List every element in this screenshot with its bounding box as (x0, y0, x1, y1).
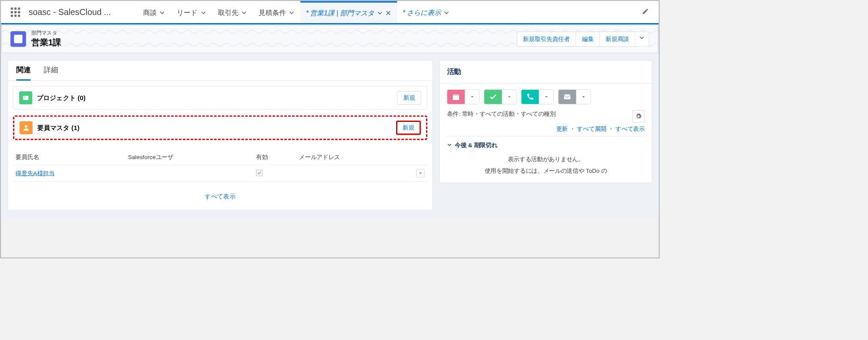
member-name-link[interactable]: 得意先A様担当 (15, 170, 54, 176)
member-sfuser-cell (125, 165, 254, 182)
caret-down-icon[interactable] (444, 10, 450, 16)
chevron-down-icon[interactable] (159, 10, 165, 16)
chevron-down-icon[interactable] (241, 10, 247, 16)
object-icon (10, 31, 26, 47)
log-call-button[interactable] (521, 89, 554, 104)
show-all-link[interactable]: すべて表示 (615, 126, 644, 132)
edit-nav-icon[interactable] (642, 8, 649, 17)
expand-all-link[interactable]: すべて展開 (577, 126, 606, 132)
calendar-icon (447, 90, 465, 104)
activity-links: 更新 ・ すべて展開 ・ すべて表示 (447, 125, 645, 133)
send-email-button[interactable] (558, 89, 591, 104)
empty-activity-line2: 使用を開始するには、メールの送信や ToDo の (447, 165, 645, 177)
related-list-project: プロジェクト (0) 新規 (13, 86, 427, 109)
chevron-down-icon[interactable] (289, 10, 295, 16)
new-event-button[interactable] (447, 89, 480, 104)
global-nav: soasc - SalesCloud ... 商談 リード 取引先 見積条件 *… (1, 1, 659, 24)
new-task-button[interactable] (484, 89, 516, 104)
chevron-down-icon[interactable] (502, 90, 516, 104)
svg-rect-1 (24, 97, 25, 98)
row-menu-button[interactable] (416, 169, 425, 177)
refresh-link[interactable]: 更新 (556, 126, 568, 132)
nav-tab-quote-cond[interactable]: 見積条件 (253, 1, 300, 23)
edit-button[interactable]: 編集 (576, 32, 600, 47)
filter-label: 条件: (447, 111, 460, 117)
tab-related[interactable]: 関連 (16, 65, 30, 80)
new-opportunity-button[interactable]: 新規商談 (600, 32, 635, 47)
svg-rect-4 (453, 95, 459, 96)
nav-tab-lead[interactable]: リード (171, 1, 212, 23)
chevron-down-icon[interactable] (200, 10, 206, 16)
app-launcher-icon[interactable] (11, 7, 20, 17)
filter-value: 常時・すべての活動・すべての種別 (462, 111, 556, 117)
col-active: 有効 (254, 149, 296, 165)
unsaved-indicator: * (306, 9, 309, 17)
nav-tab-opportunity[interactable]: 商談 (137, 1, 171, 23)
col-email: メールアドレス (296, 149, 414, 165)
project-new-button[interactable]: 新規 (397, 91, 421, 105)
chevron-down-icon[interactable] (576, 90, 590, 104)
activity-settings-button[interactable] (632, 110, 645, 123)
svg-point-2 (25, 125, 27, 128)
member-card-title: 要員マスタ (1) (37, 123, 80, 132)
more-actions-button[interactable] (635, 32, 650, 47)
nav-tabs: 商談 リード 取引先 見積条件 * 営業1課 | 部門マスタ * さらに表示 (137, 1, 455, 23)
activity-title: 活動 (440, 60, 652, 83)
close-icon[interactable] (385, 10, 391, 16)
tab-detail[interactable]: 詳細 (44, 65, 58, 80)
nav-tab-record[interactable]: * 営業1課 | 部門マスタ (300, 1, 397, 23)
activity-composer (447, 89, 645, 104)
header-actions: 新規取引先責任者 編集 新規商談 (517, 32, 649, 47)
member-show-all-link[interactable]: すべて表示 (13, 188, 427, 205)
svg-rect-0 (23, 96, 29, 100)
task-icon (484, 90, 502, 104)
app-name: soasc - SalesCloud ... (29, 7, 111, 17)
related-list-member-highlight: 要員マスタ (1) 新規 (13, 115, 427, 140)
chevron-down-icon[interactable] (539, 90, 553, 104)
member-new-button[interactable]: 新規 (396, 121, 421, 135)
svg-rect-5 (564, 95, 571, 100)
chevron-down-icon[interactable] (377, 10, 383, 16)
record-subtabs: 関連 詳細 (8, 60, 433, 81)
project-icon (19, 92, 32, 104)
record-name: 営業1課 (31, 37, 61, 48)
table-row: 得意先A様担当 (13, 165, 427, 182)
phone-icon (522, 90, 539, 104)
member-icon (20, 121, 33, 134)
chevron-down-icon (447, 142, 452, 148)
upcoming-overdue-section[interactable]: 今後 & 期限切れ (447, 136, 645, 153)
empty-activity-line1: 表示する活動がありません。 (447, 154, 645, 165)
nav-tab-more[interactable]: * さらに表示 (397, 1, 455, 23)
unsaved-indicator: * (403, 9, 406, 17)
project-card-title: プロジェクト (0) (37, 94, 86, 103)
member-email-cell (296, 165, 414, 182)
col-name: 要員氏名 (13, 149, 125, 165)
chevron-down-icon[interactable] (465, 90, 479, 104)
object-type-label: 部門マスタ (31, 30, 61, 37)
nav-tab-account[interactable]: 取引先 (212, 1, 253, 23)
activity-panel: 活動 (439, 60, 652, 183)
checkbox-checked-icon (256, 170, 262, 176)
email-icon (558, 90, 576, 104)
member-table: 要員氏名 Salesforceユーザ 有効 メールアドレス 得意先A様担当 (13, 149, 427, 182)
record-header: 部門マスタ 営業1課 新規取引先責任者 編集 新規商談 (2, 25, 658, 53)
col-sfuser: Salesforceユーザ (125, 149, 254, 165)
new-contact-button[interactable]: 新規取引先責任者 (517, 32, 576, 47)
